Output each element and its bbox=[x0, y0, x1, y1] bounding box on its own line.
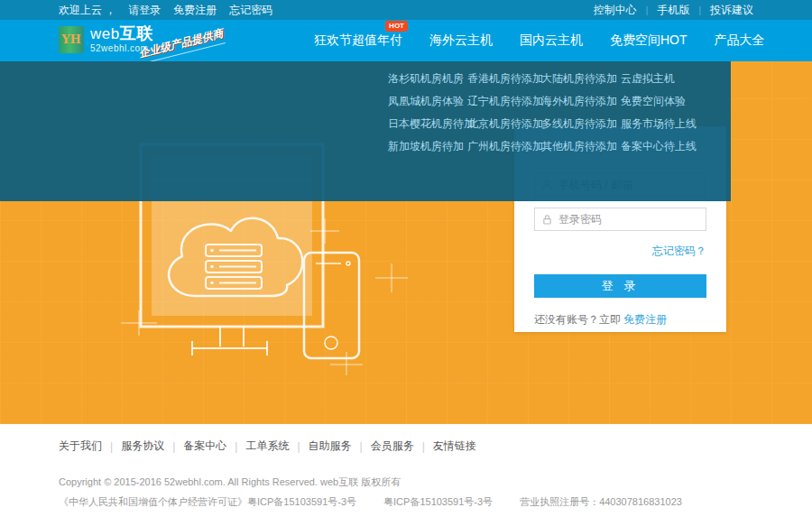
nav-menu: 狂欢节超值年付 HOT 海外云主机 国内云主机 免费空间HOT 产品大全 bbox=[314, 20, 765, 61]
mega-menu-item[interactable]: 广州机房待添加 bbox=[467, 141, 541, 152]
divider: | bbox=[422, 440, 425, 453]
mega-menu-item[interactable]: 多线机房待添加 bbox=[541, 118, 621, 129]
footer-link-about[interactable]: 关于我们 bbox=[59, 439, 102, 454]
forgot-password-panel-link[interactable]: 忘记密码？ bbox=[652, 245, 706, 257]
footer-link-ticket[interactable]: 工单系统 bbox=[245, 439, 289, 454]
license-text: 《中华人民共和国增值个体户经营许可证》粤ICP备15103591号-3号 bbox=[59, 495, 356, 509]
divider: | bbox=[110, 440, 113, 453]
mega-menu-grid: 洛杉矶机房机房 香港机房待添加 大陆机房待添加 云虚拟主机 凤凰城机房体验 辽宁… bbox=[388, 73, 729, 152]
footer-links: 关于我们| 服务协议| 备案中心| 工单系统| 自助服务| 会员服务| 友情链接 bbox=[59, 439, 753, 454]
footer: 关于我们| 服务协议| 备案中心| 工单系统| 自助服务| 会员服务| 友情链接… bbox=[0, 424, 812, 517]
nav-item-carnival[interactable]: 狂欢节超值年付 HOT bbox=[314, 32, 402, 49]
welcome-text: 欢迎上云 ， bbox=[59, 3, 115, 18]
copyright-text: Copyright © 2015-2016 52webhl.com. All R… bbox=[59, 475, 753, 489]
nav-item-free-space[interactable]: 免费空间HOT bbox=[610, 32, 687, 49]
mega-menu-item[interactable]: 香港机房待添加 bbox=[467, 73, 541, 84]
register-row: 还没有账号？立即 免费注册 bbox=[534, 312, 706, 328]
brand-name-cn: 互联 bbox=[120, 24, 153, 42]
mega-menu-item[interactable]: 新加坡机房待加 bbox=[388, 141, 467, 152]
free-register-link[interactable]: 免费注册 bbox=[623, 313, 667, 326]
divider: | bbox=[360, 440, 363, 453]
footer-link-beian[interactable]: 备案中心 bbox=[183, 439, 226, 454]
forgot-password-link[interactable]: 忘记密码 bbox=[229, 3, 272, 18]
footer-link-friends[interactable]: 友情链接 bbox=[433, 439, 476, 454]
icp-number: 粤ICP备15103591号-3号 bbox=[383, 495, 493, 509]
footer-link-terms[interactable]: 服务协议 bbox=[121, 439, 164, 454]
main-navbar: YH web互联 52webhl.com 企业级产品提供商 狂欢节超值年付 HO… bbox=[0, 20, 812, 61]
nav-item-overseas-cloud[interactable]: 海外云主机 bbox=[429, 32, 493, 49]
mega-menu-item[interactable]: 日本樱花机房待加 bbox=[388, 118, 467, 129]
divider: | bbox=[297, 440, 300, 453]
topbar-right: 控制中心 | 手机版 | 投诉建议 bbox=[594, 3, 753, 18]
mega-menu-item[interactable]: 凤凰城机房体验 bbox=[388, 96, 467, 106]
divider: | bbox=[235, 440, 237, 453]
topbar-left: 欢迎上云 ， 请登录 免费注册 忘记密码 bbox=[59, 3, 272, 18]
mega-menu-item[interactable]: 免费空间体验 bbox=[621, 96, 729, 106]
control-center-link[interactable]: 控制中心 bbox=[594, 3, 637, 18]
top-utility-bar: 欢迎上云 ， 请登录 免费注册 忘记密码 控制中心 | 手机版 | 投诉建议 bbox=[0, 0, 812, 20]
forgot-row: 忘记密码？ bbox=[534, 242, 706, 259]
register-link[interactable]: 免费注册 bbox=[173, 3, 217, 18]
footer-link-selfservice[interactable]: 自助服务 bbox=[309, 439, 352, 454]
mega-menu-dropdown: 洛杉矶机房机房 香港机房待添加 大陆机房待添加 云虚拟主机 凤凰城机房体验 辽宁… bbox=[0, 61, 731, 201]
brand-logo-icon: YH bbox=[59, 26, 84, 53]
business-license-number: 营业执照注册号：440307816831023 bbox=[520, 495, 682, 509]
brand-name-en: web bbox=[90, 25, 120, 42]
password-input[interactable] bbox=[558, 208, 706, 230]
divider: | bbox=[172, 440, 175, 453]
no-account-text: 还没有账号？立即 bbox=[534, 313, 621, 326]
mega-menu-item[interactable]: 备案中心待上线 bbox=[621, 141, 729, 152]
password-field bbox=[534, 208, 706, 231]
mega-menu-item[interactable]: 大陆机房待添加 bbox=[541, 73, 621, 84]
phone-icon bbox=[304, 253, 359, 358]
login-submit-button[interactable]: 登 录 bbox=[534, 274, 706, 298]
divider: | bbox=[698, 5, 701, 15]
mega-menu-item[interactable]: 云虚拟主机 bbox=[621, 73, 729, 84]
footer-link-member[interactable]: 会员服务 bbox=[371, 439, 414, 454]
complaint-link[interactable]: 投诉建议 bbox=[710, 3, 753, 18]
mega-menu-item[interactable]: 辽宁机房待添加 bbox=[467, 96, 541, 106]
hero-section: 忘记密码？ 登 录 还没有账号？立即 免费注册 洛杉矶机房机房 香港机房待添加 … bbox=[0, 61, 812, 424]
mobile-version-link[interactable]: 手机版 bbox=[657, 3, 689, 18]
mega-menu-item[interactable]: 其他机房待添加 bbox=[541, 141, 621, 152]
divider: | bbox=[646, 5, 649, 15]
mega-menu-item[interactable]: 北京机房待添加 bbox=[467, 118, 541, 129]
login-link[interactable]: 请登录 bbox=[128, 3, 161, 18]
mega-menu-item[interactable]: 洛杉矶机房机房 bbox=[388, 73, 467, 84]
mega-menu-item[interactable]: 服务市场待上线 bbox=[621, 118, 729, 129]
hot-badge: HOT bbox=[385, 21, 408, 32]
nav-item-domestic-cloud[interactable]: 国内云主机 bbox=[520, 32, 583, 49]
license-row: 《中华人民共和国增值个体户经营许可证》粤ICP备15103591号-3号 粤IC… bbox=[59, 495, 753, 509]
nav-item-all-products[interactable]: 产品大全 bbox=[715, 32, 765, 49]
mega-menu-item[interactable]: 海外机房待添加 bbox=[541, 96, 621, 106]
lock-icon bbox=[535, 214, 558, 226]
page: 欢迎上云 ， 请登录 免费注册 忘记密码 控制中心 | 手机版 | 投诉建议 Y… bbox=[0, 0, 812, 517]
